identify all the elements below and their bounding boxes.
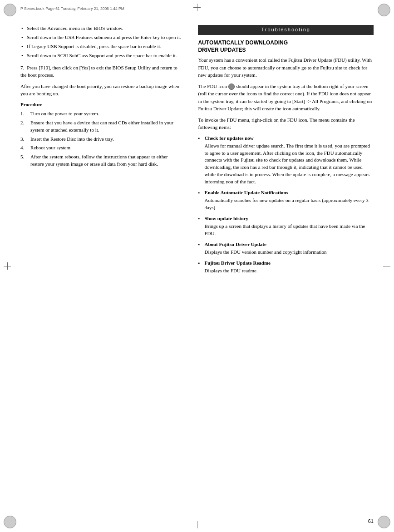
- page-number: 61: [368, 518, 374, 524]
- step7-num: 7.: [20, 65, 24, 70]
- list-item: 1. Turn on the power to your system.: [20, 110, 182, 118]
- menu-item-title: Enable Automatic Update Notifications: [204, 190, 288, 195]
- menu-item-desc: Allows for manual driver update search. …: [204, 143, 374, 186]
- corner-decoration-bl: [4, 516, 16, 528]
- menu-item-title: Fujitsu Driver Update Readme: [204, 260, 271, 266]
- menu-item-desc: Brings up a screen that displays a histo…: [204, 223, 374, 237]
- after-step7-text: After you have changed the boot priority…: [20, 83, 182, 98]
- list-item: Scroll down to SCSI SubClass Support and…: [20, 52, 182, 59]
- content-area: Select the Advanced menu in the BIOS win…: [20, 25, 374, 512]
- list-item: Select the Advanced menu in the BIOS win…: [20, 25, 182, 32]
- list-item: 3. Insert the Restore Disc into the driv…: [20, 136, 182, 143]
- menu-item-about-fdu: About Fujitsu Driver Update Displays the…: [198, 241, 374, 256]
- corner-decoration-br: [378, 516, 390, 528]
- section-title: AUTOMATICALLY DOWNLOADING DRIVER UPDATES: [198, 39, 374, 54]
- crosshair-left: [4, 262, 11, 270]
- para3: To invoke the FDU menu, right-click on t…: [198, 116, 374, 131]
- right-column: Troubleshooting AUTOMATICALLY DOWNLOADIN…: [190, 25, 374, 512]
- menu-item-title: About Fujitsu Driver Update: [204, 241, 266, 247]
- para2: The FDU icon should appear in the system…: [198, 83, 374, 113]
- procedure-heading: Procedure: [20, 101, 182, 108]
- numbered-list: 1. Turn on the power to your system. 2. …: [20, 110, 182, 168]
- crosshair-bottom: [193, 521, 201, 528]
- menu-item-desc: Displays the FDU readme.: [204, 267, 374, 275]
- menu-item-fdu-readme: Fujitsu Driver Update Readme Displays th…: [198, 260, 374, 275]
- para2-before-icon: The FDU icon: [198, 84, 228, 89]
- list-item: Scroll down to the USB Features submenu …: [20, 34, 182, 41]
- list-item: If Legacy USB Support is disabled, press…: [20, 43, 182, 50]
- menu-item-check-updates: Check for updates now Allows for manual …: [198, 135, 374, 186]
- para1: Your system has a convenient tool called…: [198, 56, 374, 79]
- menu-item-desc: Displays the FDU version number and copy…: [204, 249, 374, 256]
- menu-item-auto-notifications: Enable Automatic Update Notifications Au…: [198, 189, 374, 212]
- section-header: Troubleshooting: [198, 25, 374, 35]
- list-item: 5. After the system reboots, follow the …: [20, 153, 182, 168]
- step7-text: 7.Press [F10], then click on [Yes] to ex…: [20, 64, 182, 79]
- menu-item-desc: Automatically searches for new updates o…: [204, 197, 374, 212]
- menu-item-title: Show update history: [204, 216, 248, 221]
- list-item: 4. Reboot your system.: [20, 144, 182, 152]
- menu-item-update-history: Show update history Brings up a screen t…: [198, 215, 374, 237]
- menu-item-title: Check for updates now: [204, 135, 253, 141]
- crosshair-right: [383, 262, 390, 270]
- left-column: Select the Advanced menu in the BIOS win…: [20, 25, 190, 512]
- page: P Series.book Page 61 Tuesday, February …: [0, 0, 394, 532]
- fdu-icon: [228, 84, 235, 90]
- list-item: 2. Ensure that you have a device that ca…: [20, 119, 182, 134]
- menu-list: Check for updates now Allows for manual …: [198, 135, 374, 275]
- corner-decoration-tl: [4, 4, 16, 16]
- header-text: P Series.book Page 61 Tuesday, February …: [20, 6, 124, 11]
- bullet-list: Select the Advanced menu in the BIOS win…: [20, 25, 182, 59]
- header-bar: P Series.book Page 61 Tuesday, February …: [20, 6, 374, 11]
- corner-decoration-tr: [378, 4, 390, 16]
